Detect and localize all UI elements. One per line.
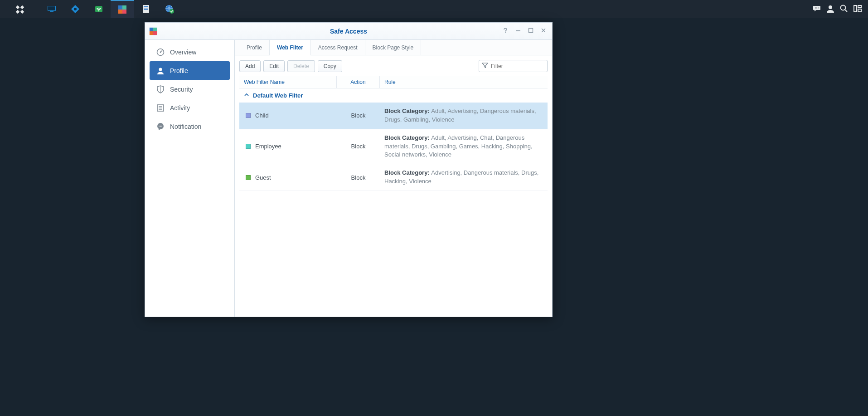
safe-access-window: Safe Access Overview Profi xyxy=(145,22,553,317)
wifi-icon xyxy=(94,4,104,14)
color-swatch xyxy=(246,144,251,149)
table-row[interactable]: EmployeeBlockBlock Category: Adult, Adve… xyxy=(239,129,548,165)
delete-button[interactable]: Delete xyxy=(287,60,315,72)
taskbar-app-safe-access[interactable] xyxy=(111,0,134,18)
sidebar-item-notification[interactable]: Notification xyxy=(150,117,230,136)
grid-header: Web Filter Name Action Rule xyxy=(239,76,548,88)
svg-rect-28 xyxy=(858,5,861,8)
table-row[interactable]: GuestBlockBlock Category: Advertising, D… xyxy=(239,164,548,191)
sidebar: Overview Profile Security Activity Notif… xyxy=(145,40,235,317)
taskbar-user[interactable] xyxy=(824,0,837,18)
taskbar-app-web[interactable] xyxy=(158,0,181,18)
svg-rect-29 xyxy=(858,9,861,12)
svg-rect-6 xyxy=(50,11,53,12)
svg-rect-36 xyxy=(529,29,533,33)
taskbar-widgets[interactable] xyxy=(851,0,864,18)
chat-icon xyxy=(812,4,821,15)
search-icon xyxy=(839,4,849,15)
column-header-name[interactable]: Web Filter Name xyxy=(239,76,337,88)
sidebar-item-activity[interactable]: Activity xyxy=(150,98,230,117)
cell-rule: Block Category: Adult, Advertising, Dang… xyxy=(380,103,548,129)
table-row[interactable]: ChildBlockBlock Category: Adult, Adverti… xyxy=(239,103,548,129)
tab-block-page-style[interactable]: Block Page Style xyxy=(365,40,422,55)
sidebar-item-overview[interactable]: Overview xyxy=(150,43,230,61)
chat-icon xyxy=(156,122,165,131)
copy-button[interactable]: Copy xyxy=(318,60,342,72)
taskbar-left xyxy=(0,0,181,18)
window-maximize[interactable] xyxy=(525,25,537,37)
filter-name: Employee xyxy=(255,143,281,150)
svg-point-21 xyxy=(815,7,816,8)
taskbar-app-desktop[interactable] xyxy=(40,0,63,18)
svg-point-40 xyxy=(159,68,162,71)
sidebar-item-label: Notification xyxy=(170,123,201,130)
system-taskbar xyxy=(0,0,868,18)
svg-point-10 xyxy=(98,10,100,12)
svg-point-46 xyxy=(159,126,160,127)
svg-point-22 xyxy=(816,7,817,8)
sidebar-item-label: Profile xyxy=(170,67,188,74)
svg-rect-11 xyxy=(118,5,122,10)
cell-name: Employee xyxy=(239,138,337,154)
add-button[interactable]: Add xyxy=(239,60,261,72)
minimize-icon xyxy=(515,27,521,35)
taskbar-right xyxy=(804,0,864,18)
column-header-rule[interactable]: Rule xyxy=(380,76,548,88)
filter-name: Child xyxy=(255,112,269,119)
cell-action: Block xyxy=(337,138,380,154)
taskbar-search[interactable] xyxy=(837,0,851,18)
svg-rect-33 xyxy=(153,31,157,35)
svg-rect-17 xyxy=(144,8,148,9)
svg-rect-12 xyxy=(122,5,126,10)
taskbar-app-wifi[interactable] xyxy=(87,0,111,18)
taskbar-app-notes[interactable] xyxy=(134,0,158,18)
toolbar: Add Edit Delete Copy xyxy=(235,55,552,76)
globe-check-icon xyxy=(165,4,175,14)
edit-button[interactable]: Edit xyxy=(263,60,285,72)
sidebar-item-profile[interactable]: Profile xyxy=(150,61,230,80)
column-header-action[interactable]: Action xyxy=(337,76,380,88)
tab-web-filter[interactable]: Web Filter xyxy=(270,40,311,55)
taskbar-main-menu[interactable] xyxy=(0,0,40,18)
content-area: Profile Web Filter Access Request Block … xyxy=(235,40,552,317)
window-minimize[interactable] xyxy=(512,25,524,37)
sidebar-item-security[interactable]: Security xyxy=(150,80,230,98)
window-help[interactable] xyxy=(499,25,511,37)
svg-rect-30 xyxy=(150,28,153,31)
rule-prefix: Block Category: xyxy=(384,134,431,141)
user-icon xyxy=(156,66,165,75)
svg-rect-0 xyxy=(16,5,19,9)
svg-rect-5 xyxy=(48,6,55,10)
monitor-icon xyxy=(47,4,57,14)
filter-icon xyxy=(482,62,488,70)
color-swatch xyxy=(246,113,251,118)
svg-rect-16 xyxy=(144,6,148,7)
sidebar-item-label: Overview xyxy=(170,49,196,56)
taskbar-app-network[interactable] xyxy=(63,0,87,18)
svg-rect-27 xyxy=(854,5,857,12)
svg-rect-14 xyxy=(122,10,126,14)
tab-access-request[interactable]: Access Request xyxy=(311,40,365,55)
cell-name: Child xyxy=(239,108,337,123)
filter-input[interactable] xyxy=(491,63,559,69)
shield-icon xyxy=(156,85,165,94)
color-swatch xyxy=(246,175,251,180)
user-icon xyxy=(826,4,835,15)
svg-rect-32 xyxy=(150,31,153,35)
filter-box[interactable] xyxy=(479,60,548,72)
maximize-icon xyxy=(528,27,534,35)
window-titlebar[interactable]: Safe Access xyxy=(145,23,552,40)
rule-prefix: Block Category: xyxy=(384,169,431,176)
tab-profile[interactable]: Profile xyxy=(239,40,270,55)
svg-rect-3 xyxy=(20,10,24,14)
document-icon xyxy=(141,4,151,14)
window-title: Safe Access xyxy=(330,28,367,35)
window-close[interactable] xyxy=(538,25,549,37)
list-icon xyxy=(156,103,165,113)
svg-point-23 xyxy=(818,7,819,8)
group-row-default[interactable]: Default Web Filter xyxy=(239,88,548,103)
svg-rect-35 xyxy=(516,30,520,31)
svg-rect-1 xyxy=(20,5,24,9)
svg-point-34 xyxy=(505,32,506,33)
taskbar-chat[interactable] xyxy=(810,0,824,18)
